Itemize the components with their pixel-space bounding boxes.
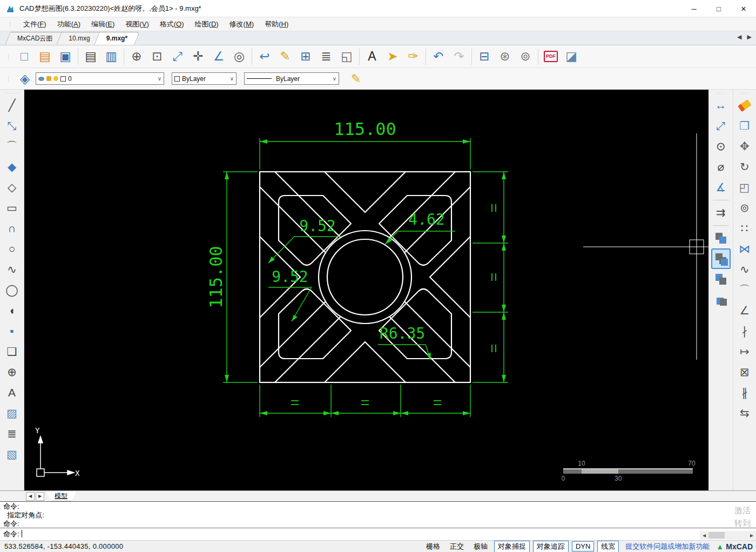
ellipse-arc-tool-button[interactable]: ◖ bbox=[2, 300, 22, 321]
scroll-right-icon[interactable]: ▶ bbox=[747, 533, 756, 538]
offset-tool-button[interactable]: ⊚ bbox=[735, 198, 754, 218]
status-toggle-线宽[interactable]: 线宽 bbox=[597, 541, 619, 552]
minimize-button[interactable]: ─ bbox=[681, 0, 706, 17]
image-tool-button[interactable]: ▨ bbox=[2, 403, 22, 423]
quick-select-button[interactable]: ➤ bbox=[382, 47, 403, 66]
dim-linear-tool-button[interactable]: ↔ bbox=[711, 95, 731, 116]
scroll-thumb[interactable] bbox=[708, 532, 725, 538]
color-palette-button[interactable]: ⊞ bbox=[295, 47, 316, 66]
mirror-tool-button[interactable]: ⋈ bbox=[735, 239, 754, 259]
hatch-tool-button[interactable]: ▧ bbox=[2, 444, 22, 465]
scroll-left-icon[interactable]: ◀ bbox=[700, 533, 708, 538]
polygon-filled-tool-button[interactable]: ◆ bbox=[2, 157, 22, 177]
chamfer-tool-button[interactable]: ∠ bbox=[735, 300, 754, 321]
close-button[interactable]: ✕ bbox=[731, 0, 756, 17]
sketch-button[interactable]: ✎ bbox=[275, 47, 295, 66]
model-tab[interactable]: 模型 bbox=[45, 492, 77, 501]
print-button[interactable]: ⊟ bbox=[474, 47, 495, 66]
explode-tool-button[interactable]: ⊠ bbox=[735, 362, 754, 382]
menu-edit[interactable]: 编辑(E) bbox=[86, 18, 120, 30]
move-tool-button[interactable]: ✥ bbox=[735, 136, 754, 157]
draworder-2-tool-button[interactable] bbox=[711, 248, 731, 269]
layer-select[interactable]: 0 ∨ bbox=[36, 72, 164, 85]
drawing-canvas[interactable]: Y X 115.00 bbox=[24, 90, 708, 490]
draworder-4-tool-button[interactable] bbox=[711, 290, 731, 310]
text-tool-button[interactable]: A bbox=[2, 382, 22, 403]
join-tool-button[interactable]: ⇆ bbox=[735, 403, 754, 423]
circle-tool-button[interactable]: ○ bbox=[2, 239, 22, 259]
menu-format[interactable]: 格式(O) bbox=[154, 18, 190, 30]
draworder-1-tool-button[interactable] bbox=[711, 228, 731, 248]
draw-pencil-icon[interactable]: ✎ bbox=[351, 72, 361, 86]
undo-button[interactable]: ↶ bbox=[428, 47, 449, 66]
web-preview-button[interactable]: ⊛ bbox=[495, 47, 515, 66]
trim-tool-button[interactable]: ∤ bbox=[735, 321, 754, 341]
rectangle-tool-button[interactable]: ▭ bbox=[2, 198, 22, 218]
polygon-tool-button[interactable]: ◇ bbox=[2, 177, 22, 198]
zoom-center-button[interactable]: ◎ bbox=[229, 47, 249, 66]
save-button[interactable]: ▣ bbox=[55, 47, 76, 66]
menu-modify[interactable]: 修改(M) bbox=[224, 18, 260, 30]
zoom-extents-button[interactable]: ⤢ bbox=[167, 47, 188, 66]
menu-view[interactable]: 视图(V) bbox=[120, 18, 154, 30]
status-toggle-对象捕捉[interactable]: 对象捕捉 bbox=[494, 541, 530, 552]
fillet-tool-button[interactable]: ⌒ bbox=[735, 280, 754, 300]
menu-help[interactable]: 帮助(H) bbox=[259, 18, 294, 30]
status-toggle-正交[interactable]: 正交 bbox=[447, 541, 467, 552]
draworder-3-tool-button[interactable] bbox=[711, 269, 731, 290]
status-toggle-栅格[interactable]: 栅格 bbox=[423, 541, 443, 552]
dim-radius-tool-button[interactable]: ⊙ bbox=[711, 136, 731, 157]
layers-icon[interactable]: ◈ bbox=[14, 71, 36, 86]
dim-diameter-tool-button[interactable]: ⌀ bbox=[711, 157, 731, 177]
scale-tool-button[interactable]: ◰ bbox=[735, 177, 754, 198]
array-tool-button[interactable]: ∷ bbox=[735, 218, 754, 239]
status-toggle-对象追踪[interactable]: 对象追踪 bbox=[533, 541, 569, 552]
color-select[interactable]: ByLayer ∨ bbox=[172, 72, 237, 85]
spline-edit-tool-button[interactable]: ∿ bbox=[735, 259, 754, 280]
layout-next-icon[interactable]: ▶ bbox=[36, 492, 44, 501]
tab-mxcad-cloud[interactable]: MxCAD云图 bbox=[8, 32, 62, 45]
maximize-button[interactable]: □ bbox=[706, 0, 731, 17]
command-hscrollbar[interactable]: ◀ ▶ bbox=[700, 531, 756, 540]
feedback-link[interactable]: 提交软件问题或增加新功能 bbox=[625, 542, 710, 551]
make-block-tool-button[interactable]: ⊕ bbox=[2, 362, 22, 382]
command-history[interactable]: 命令: 指定对角点:命令: 激活 转到 bbox=[0, 502, 756, 528]
dim-aligned-tool-button[interactable]: ⤢ bbox=[711, 116, 731, 136]
spline-tool-button[interactable]: ∿ bbox=[2, 259, 22, 280]
status-toggle-DYN[interactable]: DYN bbox=[572, 541, 594, 551]
zoom-window-button[interactable]: ⊡ bbox=[147, 47, 167, 66]
rotate-tool-button[interactable]: ↻ bbox=[735, 157, 754, 177]
web-publish-button[interactable]: ⊚ bbox=[515, 47, 536, 66]
menu-draw[interactable]: 绘图(D) bbox=[190, 18, 224, 30]
insert-block-tool-button[interactable]: ❏ bbox=[2, 341, 22, 362]
tab-doc-9[interactable]: 9.mxg* bbox=[97, 32, 137, 45]
view-previous-button[interactable]: ↩ bbox=[254, 47, 275, 66]
erase-tool-button[interactable] bbox=[735, 95, 754, 116]
open-folder-button[interactable]: ▤ bbox=[80, 47, 101, 66]
zoom-inout-button[interactable]: ⊕ bbox=[126, 47, 147, 66]
tab-doc-10[interactable]: 10.mxg bbox=[59, 32, 99, 45]
command-input[interactable]: 命令: ◀ ▶ bbox=[0, 528, 756, 540]
menu-function[interactable]: 功能(A) bbox=[52, 18, 86, 30]
text-style-button[interactable]: A bbox=[362, 47, 382, 66]
menu-file[interactable]: 文件(F) bbox=[18, 18, 52, 30]
arc-3p-tool-button[interactable]: ∩ bbox=[2, 218, 22, 239]
mtext-tool-button[interactable]: ≣ bbox=[2, 423, 22, 444]
customize-button[interactable]: ✑ bbox=[403, 47, 423, 66]
extend-tool-button[interactable]: ↦ bbox=[735, 341, 754, 362]
layer-list-button[interactable]: ≣ bbox=[316, 47, 336, 66]
new-file-button[interactable]: □ bbox=[14, 47, 35, 66]
break-tool-button[interactable]: ∦ bbox=[735, 382, 754, 403]
status-toggle-极轴[interactable]: 极轴 bbox=[470, 541, 491, 552]
tab-scroll-right-icon[interactable]: ▶ bbox=[747, 33, 752, 41]
zoom-dynamic-button[interactable]: ∠ bbox=[208, 47, 229, 66]
viewport-button[interactable]: ◱ bbox=[336, 47, 357, 66]
dim-quick-tool-button[interactable]: ⇉ bbox=[711, 203, 731, 223]
pan-button[interactable]: ✛ bbox=[188, 47, 208, 66]
ellipse-tool-button[interactable]: ◯ bbox=[2, 280, 22, 300]
pdf-export-button[interactable]: PDF bbox=[541, 47, 561, 66]
insert-image-button[interactable]: ◪ bbox=[561, 47, 582, 66]
linetype-select[interactable]: ByLayer ∨ bbox=[244, 72, 339, 85]
open-project-button[interactable]: ▤ bbox=[35, 47, 55, 66]
layout-prev-icon[interactable]: ◀ bbox=[26, 492, 35, 501]
